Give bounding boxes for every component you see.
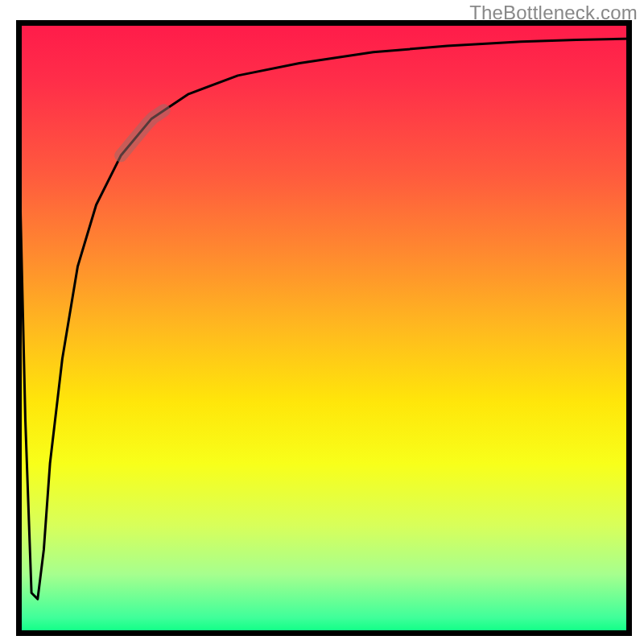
bottleneck-curve xyxy=(16,20,632,636)
curve-line xyxy=(16,20,632,599)
plot-area xyxy=(16,20,632,636)
curve-highlight xyxy=(121,110,164,155)
watermark-text: TheBottleneck.com xyxy=(469,2,638,24)
chart-container: TheBottleneck.com xyxy=(0,0,644,644)
